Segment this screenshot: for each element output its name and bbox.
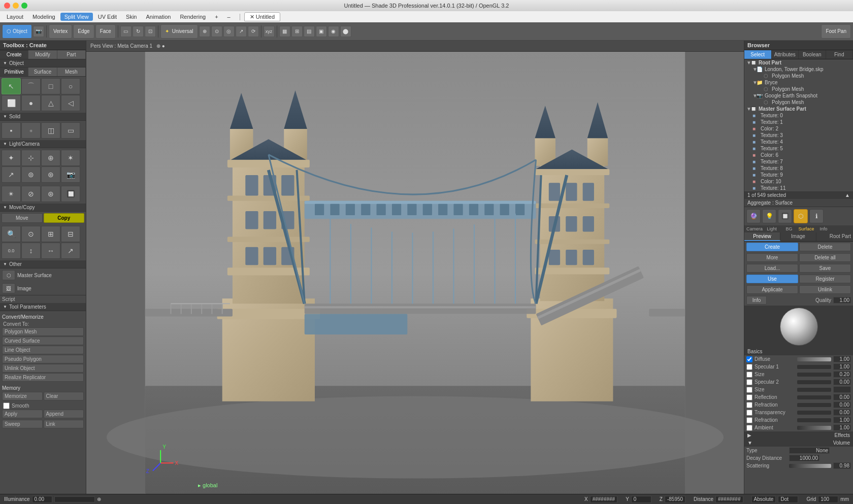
toolbar-grid1[interactable]: ▦: [279, 26, 290, 37]
line-object-btn[interactable]: Line Object: [2, 346, 84, 354]
light-tool6[interactable]: ⊚: [21, 166, 41, 183]
memorize-btn[interactable]: Memorize: [2, 392, 43, 400]
clear-btn[interactable]: Clear: [44, 392, 84, 400]
solid-tool1[interactable]: ▪: [2, 122, 21, 139]
close-button[interactable]: [4, 3, 10, 9]
mat-save-btn[interactable]: Save: [799, 264, 851, 273]
specular2-checkbox[interactable]: [746, 379, 752, 385]
specular2-slider[interactable]: [797, 380, 831, 384]
toolbar-grid5[interactable]: ◉: [328, 26, 339, 37]
tool-select[interactable]: ↖: [2, 78, 21, 94]
browser-tab-find[interactable]: Find: [826, 50, 854, 59]
toolbar-tool1[interactable]: ⊕: [199, 26, 210, 37]
move-btn[interactable]: Move: [2, 213, 43, 223]
menu-layout[interactable]: Layout: [3, 13, 27, 21]
light-tool3[interactable]: ⊕: [41, 150, 60, 166]
curved-surface-btn[interactable]: Curved Surface: [2, 337, 84, 345]
mat-deleteall-btn[interactable]: Delete all: [799, 253, 851, 262]
smooth-checkbox[interactable]: [3, 402, 10, 409]
toolbar-object-btn[interactable]: ⬡ Object: [2, 24, 32, 39]
mc-tool4[interactable]: ⊟: [61, 226, 80, 242]
size1-slider[interactable]: [797, 373, 831, 377]
section-lightcamera[interactable]: Light/Camera: [0, 140, 86, 148]
refraction2-slider[interactable]: [797, 418, 831, 422]
mat-use-btn[interactable]: Use: [746, 275, 798, 283]
mat-info-btn[interactable]: ℹ: [809, 209, 824, 223]
toolbar-tool2[interactable]: ⊙: [211, 26, 222, 37]
tree-polygon3[interactable]: ⬡ Polygon Mesh: [744, 99, 853, 106]
tree-texture0[interactable]: ■ Texture: 0: [744, 112, 853, 119]
minimize-button[interactable]: [13, 3, 19, 9]
tool-box[interactable]: ⬜: [2, 95, 21, 111]
toolbar-xyz[interactable]: xyz: [264, 26, 275, 37]
section-other[interactable]: Other: [0, 260, 86, 268]
tree-color10[interactable]: ■ Color: 10: [744, 178, 853, 185]
mc-tool5[interactable]: 0.0: [2, 243, 21, 259]
decay-distance-value[interactable]: [789, 455, 819, 461]
light-tool2[interactable]: ⊹: [21, 150, 41, 166]
mat-applicate-btn[interactable]: Applicate: [746, 285, 798, 294]
realize-replicator-btn[interactable]: Realize Replicator: [2, 373, 84, 382]
light-tool10[interactable]: ⊘: [21, 186, 41, 202]
solid-tool3[interactable]: ◫: [41, 122, 60, 139]
polygon-mesh-btn[interactable]: Polygon Mesh: [2, 327, 84, 336]
size2-slider[interactable]: [797, 388, 831, 392]
tool-rect[interactable]: □: [41, 78, 60, 94]
mat-unlink-btn[interactable]: Unlink: [799, 285, 851, 294]
tree-polygon2[interactable]: ⬡ Polygon Mesh: [744, 86, 853, 92]
toolbar-grid2[interactable]: ⊞: [291, 26, 303, 37]
refraction-slider[interactable]: [797, 403, 831, 407]
mc-tool1[interactable]: 🔍: [2, 226, 21, 242]
specular1-value[interactable]: [833, 363, 851, 370]
toolbar-tool5[interactable]: ⟳: [248, 26, 259, 37]
tree-texture4[interactable]: ■ Texture: 4: [744, 139, 853, 145]
toolbar-grid3[interactable]: ▤: [304, 26, 315, 37]
menu-animation[interactable]: Animation: [142, 13, 175, 21]
menu-tab-untitled[interactable]: ✕ Untitled: [244, 12, 280, 21]
menu-modeling[interactable]: Modeling: [28, 13, 59, 21]
append-btn[interactable]: Append: [44, 410, 84, 418]
tree-london[interactable]: ▼ 📄 London, Tower Bridge.skp: [744, 66, 853, 73]
light-tool7[interactable]: ⊛: [41, 166, 60, 183]
refraction2-value[interactable]: [833, 417, 851, 423]
tree-texture9[interactable]: ■ Texture: 9: [744, 172, 853, 178]
light-tool11[interactable]: ⊛: [41, 186, 60, 202]
toolbar-lasso-icon[interactable]: ⊡: [145, 26, 156, 37]
tab-create[interactable]: Create: [0, 50, 28, 59]
size2-checkbox[interactable]: [746, 387, 752, 393]
copy-btn[interactable]: Copy: [44, 213, 85, 223]
transparency-slider[interactable]: [797, 411, 831, 415]
link-btn[interactable]: Link: [44, 420, 84, 428]
section-solid[interactable]: Solid: [0, 113, 86, 121]
diffuse-slider[interactable]: [797, 357, 831, 361]
menu-skin[interactable]: Skin: [122, 13, 141, 21]
tree-master-surface[interactable]: ▼ 🔲 Master Surface Part: [744, 106, 853, 112]
transparency-checkbox[interactable]: [746, 410, 752, 416]
mat-more-btn[interactable]: More: [746, 253, 798, 262]
toolbar-select-icon[interactable]: ▭: [120, 26, 132, 37]
diffuse-value[interactable]: [833, 356, 851, 362]
mat-tab-preview[interactable]: Preview: [744, 232, 780, 241]
tree-texture7[interactable]: ■ Texture: 7: [744, 158, 853, 165]
size2-value[interactable]: [833, 386, 851, 393]
light-tool1[interactable]: ✦: [2, 150, 21, 166]
mat-surface-btn[interactable]: ⬡: [794, 209, 808, 223]
tree-texture8[interactable]: ■ Texture: 8: [744, 165, 853, 172]
section-object[interactable]: Object: [0, 59, 86, 68]
master-surface-icon[interactable]: ⬡: [2, 270, 15, 280]
size1-checkbox[interactable]: [746, 372, 752, 378]
tool-circle[interactable]: ○: [61, 78, 80, 94]
viewport[interactable]: Pers View : Meta Camera 1 ⊕ ●: [86, 41, 744, 494]
tab-mesh[interactable]: Mesh: [57, 68, 86, 76]
pseudo-polygon-btn[interactable]: Pseudo Polygon: [2, 355, 84, 363]
illuminance-field[interactable]: 0.00: [32, 496, 52, 503]
refraction2-checkbox[interactable]: [746, 417, 752, 423]
mc-tool6[interactable]: ↕: [21, 243, 41, 259]
ambient-slider[interactable]: [797, 426, 831, 430]
tree-color6[interactable]: ■ Color: 6: [744, 152, 853, 158]
toolbar-grid6[interactable]: ⬤: [340, 26, 351, 37]
tree-root-part[interactable]: ▼ 🔲 Root Part: [744, 59, 853, 66]
mat-camera-btn[interactable]: 🔮: [746, 209, 761, 223]
browser-tab-select[interactable]: Select: [744, 50, 772, 59]
menu-uvedit[interactable]: UV Edit: [94, 13, 121, 21]
